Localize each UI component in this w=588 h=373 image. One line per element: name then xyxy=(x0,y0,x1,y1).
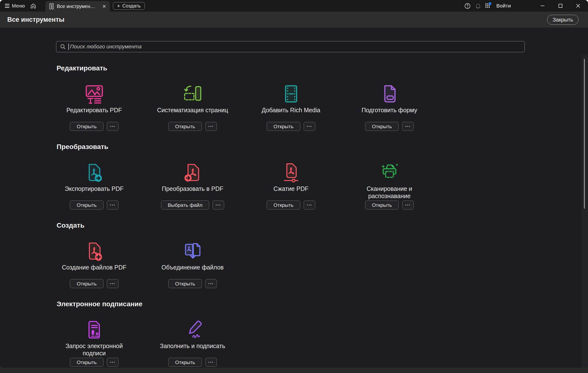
tool-label: Сканирование и распознавание xyxy=(350,185,429,200)
tool-card-fill-and-sign: Заполнить и подписать Открыть ··· xyxy=(143,317,242,367)
help-button[interactable] xyxy=(463,0,472,12)
tool-label: Преобразовать в PDF xyxy=(162,185,223,200)
sign-in-button[interactable]: Войти xyxy=(496,0,511,12)
open-button[interactable]: Открыть xyxy=(168,122,202,131)
tool-card-edit-pdf: Редактировать PDF Открыть ··· xyxy=(45,81,143,131)
maximize-button[interactable] xyxy=(555,0,566,12)
organize-pages-icon xyxy=(183,84,203,104)
section-esign: Электронное подписание Запрос электронно… xyxy=(0,300,588,367)
combine-files-icon xyxy=(183,241,203,261)
open-button[interactable]: Открыть xyxy=(70,201,103,210)
more-options-button[interactable]: ··· xyxy=(107,122,118,131)
tool-label: Подготовить форму xyxy=(362,107,417,121)
tool-label: Запрос электронной подписи xyxy=(54,342,134,357)
more-options-button[interactable]: ··· xyxy=(205,279,217,288)
more-options-button[interactable]: ··· xyxy=(402,201,414,210)
tool-card-scan-ocr: Сканирование и распознавание Открыть ··· xyxy=(340,160,439,210)
maximize-icon xyxy=(558,3,563,9)
close-icon xyxy=(576,3,581,9)
section-title: Электронное подписание xyxy=(57,300,588,308)
convert-to-pdf-icon xyxy=(183,162,203,183)
open-button[interactable]: Открыть xyxy=(168,358,202,367)
more-options-button[interactable]: ··· xyxy=(107,358,118,367)
tool-label: Систематизация страниц xyxy=(157,107,228,121)
tool-card-combine-files: Объединение файлов Открыть ··· xyxy=(143,238,242,288)
apps-grid-button[interactable] xyxy=(484,0,493,12)
tool-card-create-pdf: Создание файлов PDF Открыть ··· xyxy=(45,238,143,288)
apps-grid-icon xyxy=(484,2,492,10)
open-button[interactable]: Открыть xyxy=(70,358,103,367)
section-title: Преобразовать xyxy=(57,143,588,151)
choose-file-button[interactable]: Выбрать файл xyxy=(161,201,209,210)
open-button[interactable]: Открыть xyxy=(70,279,103,288)
minimize-icon xyxy=(540,3,545,9)
close-all-tools-button[interactable]: Закрыть xyxy=(547,15,578,25)
tool-label: Заполнить и подписать xyxy=(160,342,225,357)
menu-button[interactable]: Меню xyxy=(5,0,25,12)
more-options-button[interactable]: ··· xyxy=(107,201,118,210)
search-input[interactable] xyxy=(70,41,525,52)
open-button[interactable]: Открыть xyxy=(365,201,399,210)
more-options-button[interactable]: ··· xyxy=(107,279,118,288)
open-button[interactable]: Открыть xyxy=(267,122,300,131)
scan-ocr-icon xyxy=(379,162,400,183)
notification-dot xyxy=(489,2,492,5)
tab-close-icon[interactable]: ✕ xyxy=(102,4,106,9)
open-button[interactable]: Открыть xyxy=(267,201,300,210)
prepare-form-icon xyxy=(379,84,400,104)
section-title: Редактировать xyxy=(57,64,588,72)
request-signature-icon xyxy=(84,320,105,340)
tool-card-rich-media: Добавить Rich Media Открыть ··· xyxy=(242,81,340,131)
open-button[interactable]: Открыть xyxy=(70,122,103,131)
section-title: Создать xyxy=(57,222,588,229)
more-options-button[interactable]: ··· xyxy=(304,122,315,131)
create-pdf-icon xyxy=(84,241,105,261)
title-bar: Меню Все инструмен… ✕ + Создать xyxy=(0,0,588,12)
tool-card-convert-to-pdf: Преобразовать в PDF Выбрать файл ··· xyxy=(143,160,242,210)
tool-label: Объединение файлов xyxy=(161,264,224,279)
scrollbar-track[interactable] xyxy=(581,54,588,368)
tab-all-tools[interactable]: Все инструмен… ✕ xyxy=(45,1,110,12)
tool-card-compress-pdf: Сжатие PDF Открыть ··· xyxy=(242,160,340,210)
section-edit: Редактировать Редактировать PDF Открыть … xyxy=(0,64,588,131)
home-button[interactable] xyxy=(30,0,37,12)
tool-card-organize-pages: Систематизация страниц Открыть ··· xyxy=(143,81,242,131)
more-options-button[interactable]: ··· xyxy=(304,201,315,210)
fill-and-sign-icon xyxy=(183,320,203,340)
tab-title: Все инструмен… xyxy=(57,4,98,9)
more-options-button[interactable]: ··· xyxy=(205,122,217,131)
more-options-button[interactable]: ··· xyxy=(212,201,224,210)
tool-search[interactable] xyxy=(56,41,525,52)
all-tools-content: Редактировать Редактировать PDF Открыть … xyxy=(0,28,588,368)
scrollbar-thumb[interactable] xyxy=(584,59,585,209)
home-icon xyxy=(30,3,37,9)
notifications-button[interactable] xyxy=(474,0,482,12)
window-bottom-edge xyxy=(0,368,588,373)
tools-tab-icon xyxy=(49,3,54,10)
more-options-button[interactable]: ··· xyxy=(402,122,414,131)
open-button[interactable]: Открыть xyxy=(168,279,202,288)
edit-pdf-icon xyxy=(84,84,105,104)
tool-label: Создание файлов PDF xyxy=(62,264,126,279)
section-create: Создать Создание файлов PDF Открыть ··· xyxy=(0,222,588,288)
open-button[interactable]: Открыть xyxy=(365,122,399,131)
tool-label: Сжатие PDF xyxy=(273,185,308,200)
minimize-button[interactable] xyxy=(537,0,548,12)
tool-label: Добавить Rich Media xyxy=(262,107,320,121)
create-label: Создать xyxy=(122,3,141,9)
export-pdf-icon xyxy=(84,162,105,183)
more-options-button[interactable]: ··· xyxy=(205,358,217,367)
hamburger-icon xyxy=(5,4,10,8)
menu-label: Меню xyxy=(12,3,25,9)
all-tools-header: Все инструменты Закрыть xyxy=(0,12,588,28)
close-window-button[interactable] xyxy=(573,0,584,12)
help-icon xyxy=(464,3,471,9)
compress-pdf-icon xyxy=(281,162,301,183)
search-icon xyxy=(60,43,66,50)
page-title: Все инструменты xyxy=(7,16,64,23)
tool-card-export-pdf: Экспортировать PDF Открыть ··· xyxy=(45,160,143,210)
text-caret xyxy=(68,43,69,50)
create-button[interactable]: + Создать xyxy=(113,2,145,10)
plus-icon: + xyxy=(117,3,120,9)
tool-label: Экспортировать PDF xyxy=(65,185,124,200)
